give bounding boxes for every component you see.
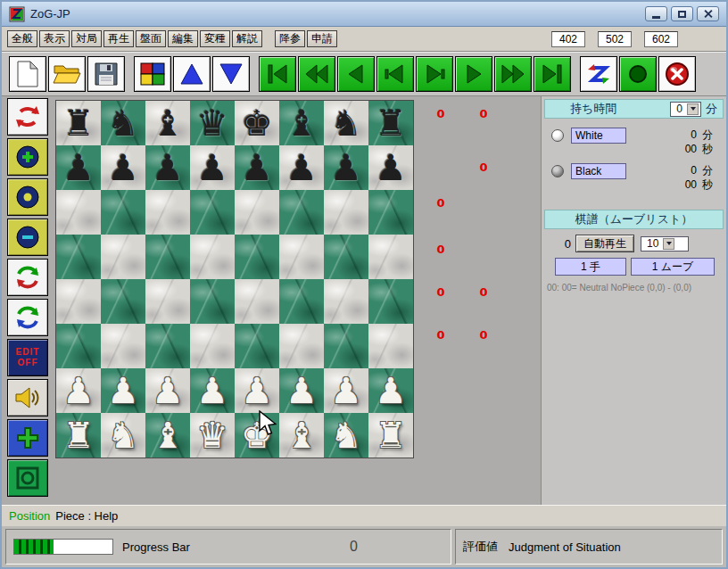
- menu-replay[interactable]: 再生: [103, 30, 134, 47]
- triangle-up-button[interactable]: [173, 56, 211, 92]
- board-square[interactable]: [235, 235, 279, 279]
- board-square[interactable]: ♞: [101, 413, 145, 458]
- display-colors-button[interactable]: [134, 56, 171, 92]
- board-square[interactable]: ♟: [56, 145, 101, 190]
- menu-help[interactable]: 解説: [232, 30, 262, 47]
- record-button[interactable]: [619, 56, 657, 92]
- edit-off-button[interactable]: EDITOFF: [7, 339, 48, 376]
- board-square[interactable]: [279, 324, 324, 368]
- refresh-b-button[interactable]: [7, 299, 48, 336]
- board-square[interactable]: [101, 235, 145, 279]
- board-square[interactable]: ♚: [235, 101, 279, 145]
- chevron-down-icon[interactable]: [663, 238, 674, 250]
- board-square[interactable]: [190, 279, 235, 324]
- board-square[interactable]: ♟: [101, 145, 145, 190]
- resign-button[interactable]: 降参: [275, 30, 305, 47]
- board-square[interactable]: ♟: [190, 145, 235, 190]
- board-square[interactable]: [235, 190, 279, 235]
- board-square[interactable]: ♜: [56, 413, 101, 458]
- maximize-button[interactable]: [671, 6, 693, 21]
- nav-next-button[interactable]: [416, 56, 453, 92]
- board-square[interactable]: [101, 279, 145, 324]
- menu-board[interactable]: 盤面: [136, 30, 166, 47]
- board-square[interactable]: ♟: [324, 368, 368, 413]
- open-folder-button[interactable]: [48, 56, 86, 92]
- board-square[interactable]: ♟: [235, 368, 279, 413]
- board-square[interactable]: ♟: [368, 368, 413, 413]
- board-square[interactable]: ♟: [235, 145, 279, 190]
- board-square[interactable]: [190, 235, 235, 279]
- menu-general[interactable]: 全般: [7, 30, 37, 47]
- board-square[interactable]: ♝: [279, 101, 324, 145]
- board-square[interactable]: [235, 324, 279, 368]
- board-square[interactable]: [145, 190, 190, 235]
- board-square[interactable]: ♟: [145, 145, 190, 190]
- board-square[interactable]: ♟: [279, 368, 324, 413]
- board-square[interactable]: ♟: [324, 145, 368, 190]
- board-square[interactable]: [145, 324, 190, 368]
- board-square[interactable]: [368, 279, 413, 324]
- board-square[interactable]: ♚: [235, 413, 279, 458]
- board-square[interactable]: ♞: [101, 101, 145, 145]
- board-square[interactable]: ♟: [101, 368, 145, 413]
- board-square[interactable]: [101, 190, 145, 235]
- z-moves-button[interactable]: [580, 56, 617, 92]
- record-dot-button[interactable]: [7, 178, 48, 216]
- board-square[interactable]: ♟: [368, 145, 413, 190]
- board-square[interactable]: ♛: [190, 413, 235, 458]
- board-square[interactable]: [190, 324, 235, 368]
- board-square[interactable]: [324, 190, 368, 235]
- board-square[interactable]: [368, 190, 413, 235]
- black-color-indicator[interactable]: [551, 165, 564, 177]
- player-name[interactable]: White: [571, 128, 626, 144]
- board-square[interactable]: [56, 279, 101, 324]
- rotate-board-button[interactable]: [7, 98, 48, 136]
- board-square[interactable]: ♝: [145, 101, 190, 145]
- board-square[interactable]: [145, 235, 190, 279]
- time-dropdown[interactable]: 0: [670, 102, 701, 117]
- board-square[interactable]: ♜: [368, 101, 413, 145]
- board-square[interactable]: [324, 279, 368, 324]
- board-square[interactable]: ♟: [279, 145, 324, 190]
- board-square[interactable]: [101, 324, 145, 368]
- board-square[interactable]: ♞: [324, 101, 368, 145]
- board-square[interactable]: [190, 190, 235, 235]
- board-square[interactable]: [368, 324, 413, 368]
- one-move-button[interactable]: 1 ムーブ: [631, 258, 715, 276]
- menu-edit[interactable]: 編集: [168, 30, 198, 47]
- chevron-down-icon[interactable]: [687, 103, 699, 115]
- triangle-down-button[interactable]: [212, 56, 250, 92]
- menu-variant[interactable]: 変種: [200, 30, 230, 47]
- board-square[interactable]: ♟: [56, 368, 101, 413]
- board-square[interactable]: ♞: [324, 413, 368, 458]
- nav-end-button[interactable]: [534, 56, 571, 92]
- refresh-a-button[interactable]: [7, 259, 48, 296]
- board-square[interactable]: ♟: [190, 368, 235, 413]
- board-square[interactable]: ♛: [190, 101, 235, 145]
- board-square[interactable]: [324, 235, 368, 279]
- board-square[interactable]: [56, 324, 101, 368]
- board-square[interactable]: [56, 235, 101, 279]
- board-square[interactable]: [279, 190, 324, 235]
- nav-prev-button[interactable]: [376, 56, 414, 92]
- request-button[interactable]: 申請: [307, 30, 337, 47]
- board-square[interactable]: ♜: [56, 101, 101, 145]
- board-square[interactable]: [368, 235, 413, 279]
- board-square[interactable]: ♟: [145, 368, 190, 413]
- one-te-button[interactable]: 1 手: [555, 258, 626, 276]
- snapshot-button[interactable]: [7, 459, 48, 497]
- board-square[interactable]: ♝: [145, 413, 190, 458]
- board-square[interactable]: ♝: [279, 413, 324, 458]
- player-name[interactable]: Black: [571, 163, 626, 179]
- nav-start-button[interactable]: [259, 56, 296, 92]
- board-square[interactable]: [56, 190, 101, 235]
- board-square[interactable]: [324, 324, 368, 368]
- zoom-out-button[interactable]: [7, 219, 48, 256]
- new-file-button[interactable]: [9, 56, 46, 92]
- board-square[interactable]: [235, 279, 279, 324]
- board-square[interactable]: [279, 279, 324, 324]
- save-button[interactable]: [87, 56, 125, 92]
- board-square[interactable]: [279, 235, 324, 279]
- menu-game[interactable]: 対局: [71, 30, 102, 47]
- close-button[interactable]: [697, 6, 719, 21]
